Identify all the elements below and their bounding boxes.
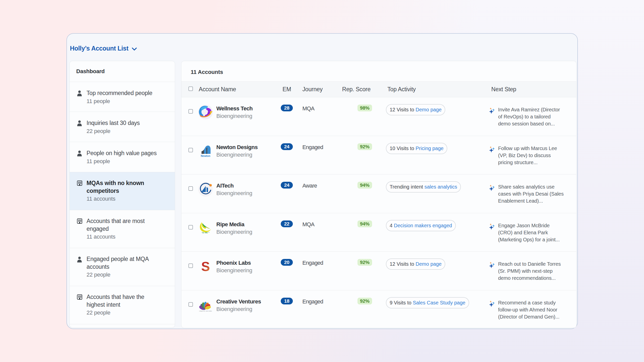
svg-text:'ne Me·'': 'ne Me·'' xyxy=(202,232,209,234)
svg-text:Newton: Newton xyxy=(201,154,210,157)
svg-text:S: S xyxy=(201,259,210,274)
svg-text:CREATIVE VENTURES: CREATIVE VENTURES xyxy=(199,310,212,312)
